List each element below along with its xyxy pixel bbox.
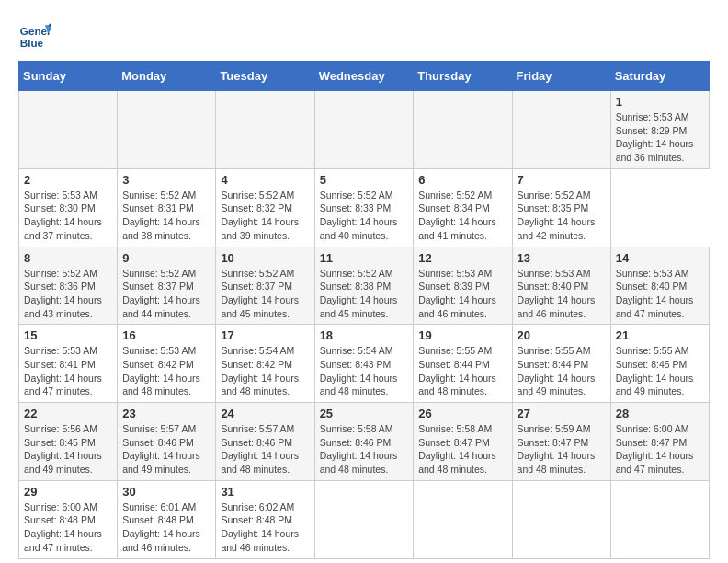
day-number: 7 [518,173,606,187]
cell-w3-d0: 8Sunrise: 5:52 AMSunset: 8:36 PMDaylight… [19,247,118,325]
cell-w6-d2: 31Sunrise: 6:02 AMSunset: 8:48 PMDayligh… [216,480,314,558]
day-info: Sunrise: 5:55 AMSunset: 8:44 PMDaylight:… [518,344,606,398]
cell-w2-d5: 7Sunrise: 5:52 AMSunset: 8:35 PMDaylight… [512,168,610,247]
day-number: 28 [616,407,704,420]
cell-w4-d3: 18Sunrise: 5:54 AMSunset: 8:43 PMDayligh… [314,325,414,403]
cell-w2-d3: 5Sunrise: 5:52 AMSunset: 8:33 PMDaylight… [314,168,414,247]
day-number: 30 [122,485,210,499]
day-info: Sunrise: 5:58 AMSunset: 8:47 PMDaylight:… [418,422,506,477]
day-info: Sunrise: 5:53 AMSunset: 8:42 PMDaylight:… [122,344,210,398]
cell-w1-d4 [414,91,512,169]
cell-w5-d4: 26Sunrise: 5:58 AMSunset: 8:47 PMDayligh… [414,403,512,481]
cell-w2-d4: 6Sunrise: 5:52 AMSunset: 8:34 PMDaylight… [414,168,512,247]
day-info: Sunrise: 5:52 AMSunset: 8:34 PMDaylight:… [418,189,506,243]
day-info: Sunrise: 6:00 AMSunset: 8:48 PMDaylight:… [24,500,112,555]
day-info: Sunrise: 6:02 AMSunset: 8:48 PMDaylight:… [221,500,309,555]
cell-w5-d6: 28Sunrise: 6:00 AMSunset: 8:47 PMDayligh… [610,403,709,481]
day-number: 20 [518,328,606,342]
day-info: Sunrise: 5:53 AMSunset: 8:40 PMDaylight:… [518,267,606,321]
cell-w4-d1: 16Sunrise: 5:53 AMSunset: 8:42 PMDayligh… [118,325,216,403]
cell-w4-d4: 19Sunrise: 5:55 AMSunset: 8:44 PMDayligh… [414,325,512,403]
week-row-6: 29Sunrise: 6:00 AMSunset: 8:48 PMDayligh… [19,480,710,558]
cell-w2-d0: 2Sunrise: 5:53 AMSunset: 8:30 PMDaylight… [19,168,118,247]
day-info: Sunrise: 5:52 AMSunset: 8:32 PMDaylight:… [221,189,309,243]
logo: General Blue [18,18,55,52]
header-wednesday: Wednesday [314,62,414,91]
day-number: 18 [320,328,409,342]
cell-w2-d2: 4Sunrise: 5:52 AMSunset: 8:32 PMDaylight… [216,168,314,247]
day-info: Sunrise: 5:54 AMSunset: 8:42 PMDaylight:… [221,344,309,398]
day-number: 10 [221,251,309,265]
week-row-2: 2Sunrise: 5:53 AMSunset: 8:30 PMDaylight… [19,168,710,247]
day-number: 26 [418,407,506,420]
cell-w5-d2: 24Sunrise: 5:57 AMSunset: 8:46 PMDayligh… [216,403,314,481]
day-number: 6 [418,173,506,187]
cell-w1-d1 [118,91,216,169]
day-info: Sunrise: 5:57 AMSunset: 8:46 PMDaylight:… [221,422,309,477]
cell-w6-d3 [314,480,414,558]
day-number: 23 [122,407,210,420]
day-info: Sunrise: 5:53 AMSunset: 8:41 PMDaylight:… [24,344,112,398]
cell-w4-d0: 15Sunrise: 5:53 AMSunset: 8:41 PMDayligh… [19,325,118,403]
header-saturday: Saturday [610,62,709,91]
header-sunday: Sunday [19,62,118,91]
day-number: 2 [24,173,112,187]
header-row: SundayMondayTuesdayWednesdayThursdayFrid… [19,62,710,91]
day-number: 16 [122,328,210,342]
cell-w1-d3 [314,91,414,169]
day-number: 22 [24,407,112,420]
cell-w4-d2: 17Sunrise: 5:54 AMSunset: 8:42 PMDayligh… [216,325,314,403]
day-number: 12 [418,251,506,265]
cell-w5-d5: 27Sunrise: 5:59 AMSunset: 8:47 PMDayligh… [512,403,610,481]
cell-w6-d6 [610,480,709,558]
cell-w4-d5: 20Sunrise: 5:55 AMSunset: 8:44 PMDayligh… [512,325,610,403]
day-info: Sunrise: 5:52 AMSunset: 8:33 PMDaylight:… [320,189,409,243]
day-number: 13 [518,251,606,265]
week-row-1: 1Sunrise: 5:53 AMSunset: 8:29 PMDaylight… [19,91,710,169]
day-number: 8 [24,251,112,265]
day-number: 9 [122,251,210,265]
day-info: Sunrise: 5:56 AMSunset: 8:45 PMDaylight:… [24,422,112,477]
day-number: 11 [320,251,409,265]
cell-w3-d5: 13Sunrise: 5:53 AMSunset: 8:40 PMDayligh… [512,247,610,325]
day-info: Sunrise: 5:53 AMSunset: 8:30 PMDaylight:… [24,189,112,243]
day-number: 17 [221,328,309,342]
day-info: Sunrise: 5:52 AMSunset: 8:36 PMDaylight:… [24,267,112,321]
day-number: 21 [616,328,704,342]
cell-w6-d5 [512,480,610,558]
cell-w4-d6: 21Sunrise: 5:55 AMSunset: 8:45 PMDayligh… [610,325,709,403]
day-info: Sunrise: 5:58 AMSunset: 8:46 PMDaylight:… [320,422,409,477]
day-number: 25 [320,407,409,420]
week-row-5: 22Sunrise: 5:56 AMSunset: 8:45 PMDayligh… [19,403,710,481]
day-info: Sunrise: 5:55 AMSunset: 8:45 PMDaylight:… [616,344,704,398]
cell-w1-d0 [19,91,118,169]
day-info: Sunrise: 5:52 AMSunset: 8:37 PMDaylight:… [221,267,309,321]
page-header: General Blue [18,18,710,52]
day-number: 19 [418,328,506,342]
cell-w1-d6: 1Sunrise: 5:53 AMSunset: 8:29 PMDaylight… [610,91,709,169]
day-number: 31 [221,485,309,499]
cell-w3-d3: 11Sunrise: 5:52 AMSunset: 8:38 PMDayligh… [314,247,414,325]
day-info: Sunrise: 6:01 AMSunset: 8:48 PMDaylight:… [122,500,210,555]
cell-w5-d3: 25Sunrise: 5:58 AMSunset: 8:46 PMDayligh… [314,403,414,481]
day-info: Sunrise: 5:57 AMSunset: 8:46 PMDaylight:… [122,422,210,477]
cell-w3-d4: 12Sunrise: 5:53 AMSunset: 8:39 PMDayligh… [414,247,512,325]
svg-text:Blue: Blue [20,37,44,49]
header-monday: Monday [118,62,216,91]
day-info: Sunrise: 5:55 AMSunset: 8:44 PMDaylight:… [418,344,506,398]
day-number: 4 [221,173,309,187]
header-friday: Friday [512,62,610,91]
day-info: Sunrise: 5:52 AMSunset: 8:37 PMDaylight:… [122,267,210,321]
day-info: Sunrise: 5:59 AMSunset: 8:47 PMDaylight:… [518,422,606,477]
day-info: Sunrise: 6:00 AMSunset: 8:47 PMDaylight:… [616,422,704,477]
day-number: 24 [221,407,309,420]
cell-w3-d1: 9Sunrise: 5:52 AMSunset: 8:37 PMDaylight… [118,247,216,325]
cell-w3-d6: 14Sunrise: 5:53 AMSunset: 8:40 PMDayligh… [610,247,709,325]
calendar-table: SundayMondayTuesdayWednesdayThursdayFrid… [18,61,710,559]
day-number: 15 [24,328,112,342]
cell-w2-d1: 3Sunrise: 5:52 AMSunset: 8:31 PMDaylight… [118,168,216,247]
day-number: 3 [122,173,210,187]
cell-w6-d0: 29Sunrise: 6:00 AMSunset: 8:48 PMDayligh… [19,480,118,558]
cell-w6-d4 [414,480,512,558]
header-thursday: Thursday [414,62,512,91]
